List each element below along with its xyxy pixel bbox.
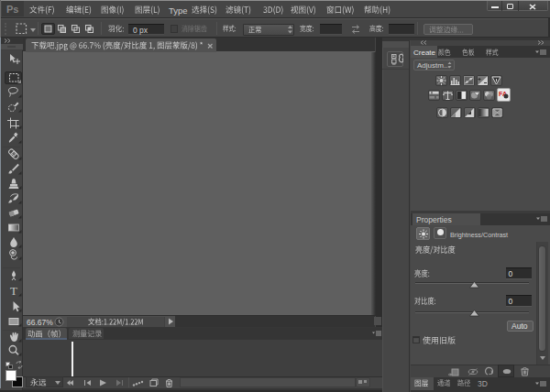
svg-text:T: T <box>10 285 17 297</box>
